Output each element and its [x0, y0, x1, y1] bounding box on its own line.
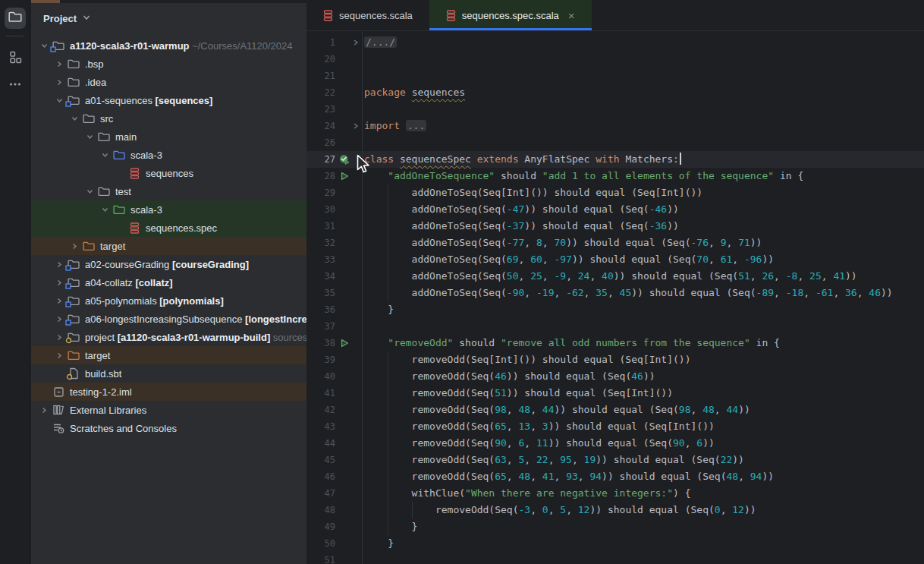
chevron-down-icon[interactable]	[52, 96, 66, 105]
module-folder-icon	[66, 313, 81, 325]
gutter: 45	[306, 452, 362, 468]
code-line-27[interactable]: 27class sequenceSpec extends AnyFlatSpec…	[306, 151, 924, 168]
code-line-38[interactable]: 38 "removeOdd" should "remove all odd nu…	[306, 335, 924, 351]
code-text: addOneToSeq(Seq(-47)) should equal (Seq(…	[362, 201, 679, 218]
chevron-down-icon[interactable]	[82, 11, 91, 25]
tree-item-a06-longestincreasingsubsequence-longest[interactable]: a06-longestIncreasingSubsequence [longes…	[31, 310, 306, 328]
code-line-37[interactable]: 37	[306, 318, 924, 335]
fold-marker-icon[interactable]	[350, 122, 360, 130]
tree-item-a02-coursegrading-coursegrading[interactable]: a02-courseGrading [courseGrading]	[31, 255, 306, 273]
tree-item-testing-1-2-iml[interactable]: testing-1-2.iml	[31, 383, 306, 401]
tree-item-scala-3[interactable]: scala-3	[31, 200, 306, 219]
tree-item-target[interactable]: target	[31, 346, 306, 364]
chevron-down-icon[interactable]	[83, 133, 96, 141]
chevron-right-icon[interactable]	[68, 242, 81, 250]
code-line-36[interactable]: 36 }	[306, 301, 924, 318]
module-folder-icon	[66, 276, 81, 288]
tree-item-target[interactable]: target	[31, 237, 306, 255]
tree-item-scratches-and-consoles[interactable]: Scratches and Consoles	[31, 419, 306, 437]
chevron-down-icon[interactable]	[98, 206, 112, 214]
gutter: 44	[306, 435, 362, 452]
code-line-32[interactable]: 32 addOneToSeq(Seq(-77, 8, 70)) should e…	[306, 235, 924, 251]
code-line-51[interactable]: 51	[306, 552, 924, 564]
tree-item-sequences-spec[interactable]: sequences.spec	[31, 219, 306, 237]
code-text: import ...	[362, 118, 426, 134]
project-panel-header[interactable]: Project	[31, 0, 306, 36]
code-line-49[interactable]: 49 }	[306, 518, 924, 535]
code-line-35[interactable]: 35 addOneToSeq(Seq(-90, -19, -62, 35, 45…	[306, 285, 924, 301]
code-line-23[interactable]: 23	[306, 101, 924, 118]
panel-title: Project	[43, 13, 77, 24]
gutter: 49	[306, 518, 362, 535]
chevron-down-icon[interactable]	[83, 187, 96, 196]
code-line-45[interactable]: 45 removeOdd(Seq(63, 5, 22, 95, 19)) sho…	[306, 452, 924, 468]
structure-tool-button[interactable]	[5, 48, 26, 69]
code-line-50[interactable]: 50 }	[306, 535, 924, 552]
tree-item-test[interactable]: test	[31, 182, 306, 200]
tree-item-sequences[interactable]: sequences	[31, 164, 306, 182]
code-line-40[interactable]: 40 removeOdd(Seq(46)) should equal (Seq(…	[306, 368, 924, 385]
code-line-1[interactable]: 1/.../	[306, 34, 924, 51]
tree-item-a05-polynomials-polynomials[interactable]: a05-polynomials [polynomials]	[31, 291, 306, 310]
code-text: addOneToSeq(Seq[Int]()) should equal (Se…	[362, 184, 702, 201]
code-line-26[interactable]: 26	[306, 134, 924, 151]
tree-item-a04-collatz-collatz[interactable]: a04-collatz [collatz]	[31, 273, 306, 291]
code-line-24[interactable]: 24import ...	[306, 118, 924, 134]
code-line-48[interactable]: 48 removeOdd(Seq(-3, 0, 5, 12)) should e…	[306, 502, 924, 518]
tree-item-project-a1120-scala3-r01-warmup-build-so[interactable]: project [a1120-scala3-r01-warmup-build] …	[31, 328, 306, 346]
tree-item-idea[interactable]: .idea	[31, 73, 306, 91]
code-line-30[interactable]: 30 addOneToSeq(Seq(-47)) should equal (S…	[306, 201, 924, 218]
close-icon[interactable]: ×	[568, 10, 575, 21]
run-test-icon[interactable]	[338, 172, 350, 181]
code-text: removeOdd(Seq(65, 48, 41, 93, 94)) shoul…	[362, 468, 774, 485]
code-line-41[interactable]: 41 removeOdd(Seq(51)) should equal (Seq[…	[306, 385, 924, 402]
code-line-44[interactable]: 44 removeOdd(Seq(90, 6, 11)) should equa…	[306, 435, 924, 452]
folder-green-icon	[112, 203, 127, 216]
tree-item-a1120-scala3-r01-warmup-courses-a1120-20[interactable]: a1120-scala3-r01-warmup ~/Courses/A1120/…	[31, 36, 306, 55]
chevron-right-icon[interactable]	[37, 406, 51, 414]
chevron-down-icon[interactable]	[68, 115, 81, 123]
code-line-43[interactable]: 43 removeOdd(Seq(65, 13, 3)) should equa…	[306, 418, 924, 435]
chevron-right-icon[interactable]	[52, 78, 66, 87]
tree-item-src[interactable]: src	[31, 109, 306, 128]
chevron-down-icon[interactable]	[98, 151, 112, 159]
chevron-right-icon[interactable]	[52, 279, 66, 287]
chevron-right-icon[interactable]	[52, 260, 66, 269]
code-text: class sequenceSpec extends AnyFlatSpec w…	[362, 151, 681, 168]
code-line-39[interactable]: 39 removeOdd(Seq[Int]()) should equal (S…	[306, 351, 924, 368]
tree-item-scala-3[interactable]: scala-3	[31, 146, 306, 164]
more-tools-button[interactable]	[5, 75, 26, 96]
code-line-47[interactable]: 47 withClue("When there are negative int…	[306, 485, 924, 502]
tree-item-bsp[interactable]: .bsp	[31, 55, 306, 73]
chevron-down-icon[interactable]	[37, 42, 51, 50]
code-line-34[interactable]: 34 addOneToSeq(Seq(50, 25, -9, 24, 40)) …	[306, 268, 924, 285]
code-line-20[interactable]: 20	[306, 51, 924, 68]
chevron-right-icon[interactable]	[52, 60, 66, 68]
run-test-icon[interactable]	[338, 339, 350, 348]
code-editor[interactable]: 1/.../202122package sequences2324import …	[306, 32, 924, 564]
tree-item-main[interactable]: main	[31, 128, 306, 146]
mouse-cursor	[357, 154, 371, 178]
chevron-right-icon[interactable]	[52, 315, 66, 323]
project-tool-button[interactable]	[5, 8, 26, 29]
tree-item-label: Scratches and Consoles	[70, 423, 177, 434]
code-line-28[interactable]: 28 "addOneToSequence" should "add 1 to a…	[306, 168, 924, 184]
chevron-right-icon[interactable]	[52, 351, 66, 360]
fold-marker-icon[interactable]	[350, 39, 360, 46]
code-line-46[interactable]: 46 removeOdd(Seq(65, 48, 41, 93, 94)) sh…	[306, 468, 924, 485]
code-line-42[interactable]: 42 removeOdd(Seq(98, 48, 44)) should equ…	[306, 402, 924, 418]
tab-sequences-scala[interactable]: sequences.scala	[306, 0, 429, 30]
test-passed-icon[interactable]	[338, 154, 350, 165]
code-line-29[interactable]: 29 addOneToSeq(Seq[Int]()) should equal …	[306, 184, 924, 201]
code-line-21[interactable]: 21	[306, 68, 924, 84]
code-line-31[interactable]: 31 addOneToSeq(Seq(-37)) should equal (S…	[306, 218, 924, 235]
tree-item-external-libraries[interactable]: External Libraries	[31, 401, 306, 419]
chevron-right-icon[interactable]	[52, 297, 66, 305]
tree-item-a01-sequences-sequences[interactable]: a01-sequences [sequences]	[31, 91, 306, 109]
code-line-33[interactable]: 33 addOneToSeq(Seq(69, 60, -97)) should …	[306, 251, 924, 268]
tree-item-build-sbt[interactable]: build.sbt	[31, 364, 306, 383]
code-text: package sequences	[362, 84, 465, 101]
code-line-22[interactable]: 22package sequences	[306, 84, 924, 101]
tab-sequences-spec-scala[interactable]: sequences.spec.scala×	[429, 0, 592, 30]
chevron-right-icon[interactable]	[52, 333, 66, 342]
